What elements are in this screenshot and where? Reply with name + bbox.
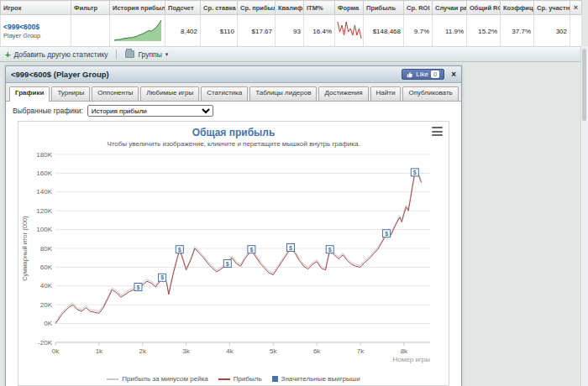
page-scrollbar[interactable] — [580, 46, 588, 386]
column-header-itm[interactable]: ITM% — [304, 1, 335, 15]
column-header-player[interactable]: Игрок — [1, 1, 71, 15]
significant-win-marker[interactable]: $ — [383, 230, 391, 237]
y-tick-label: 120K — [36, 207, 52, 215]
row-end-cell — [570, 15, 582, 48]
column-header-profit-history[interactable]: История прибыли — [110, 1, 165, 15]
tab-tournaments[interactable]: Турниры — [51, 86, 90, 101]
marker-symbol: $ — [328, 247, 332, 253]
y-tick-label: 40K — [40, 282, 53, 290]
x-tick-label: 8k — [401, 347, 408, 355]
scrollbar-thumb[interactable] — [582, 49, 586, 121]
x-tick-label: 3k — [182, 347, 190, 355]
player-link[interactable]: <999<600$ — [3, 23, 68, 31]
legend-line-swatch — [218, 378, 230, 380]
toolbar-divider — [116, 50, 117, 59]
legend-item[interactable]: Прибыль — [218, 375, 262, 383]
legend-square-swatch — [272, 376, 278, 382]
significant-win-marker[interactable]: $ — [134, 284, 142, 291]
column-header-ability[interactable]: Квалиф... — [276, 1, 304, 15]
legend-label: Прибыль — [234, 375, 262, 383]
column-header-avg-roi[interactable]: Ср. ROI — [404, 1, 433, 15]
column-header-avg-entrants[interactable]: Ср. участни... — [534, 1, 570, 15]
panel-tabs: Графики Турниры Оппоненты Любимые игры С… — [6, 83, 461, 102]
marker-symbol: $ — [289, 245, 292, 252]
profit-history-sparkline — [113, 18, 162, 42]
significant-win-marker[interactable]: $ — [326, 246, 333, 253]
legend-line-swatch — [107, 378, 118, 380]
groups-label: Группы — [138, 50, 161, 59]
profit-history-cell[interactable] — [110, 15, 165, 48]
profit-line-chart: -20K0K20K40K60K80K100K120K140K160K180K0k… — [18, 148, 449, 364]
column-header-profit[interactable]: Прибыль — [364, 1, 404, 15]
graph-select[interactable]: История прибыли — [87, 105, 213, 117]
series-line-0 — [55, 168, 422, 323]
legend-label: Значительные выигрыши — [281, 375, 360, 383]
folder-icon — [125, 50, 134, 58]
total-roi-cell: 15.2% — [467, 15, 501, 48]
column-header-avg-profit[interactable]: Ср. прибыль — [238, 1, 276, 15]
table-row[interactable]: <999<600$ Player Group 8,402 $110 $17.67… — [1, 15, 582, 48]
y-tick-label: 80K — [40, 245, 53, 253]
marker-symbol: $ — [226, 261, 229, 268]
facebook-like-button[interactable]: Like 0 — [402, 69, 444, 80]
table-close-icon[interactable]: × — [570, 3, 581, 12]
ability-cell: 93 — [276, 15, 304, 48]
avg-stake-cell: $110 — [201, 15, 238, 48]
add-statistic-label: Добавить другую статистику — [13, 50, 108, 59]
tab-publish[interactable]: Опубликовать — [402, 86, 458, 101]
significant-win-marker[interactable]: $ — [287, 244, 295, 252]
groups-menu-button[interactable]: Группы ▾ — [125, 50, 168, 59]
plus-icon: + — [5, 51, 10, 58]
tab-graphs[interactable]: Графики — [9, 86, 50, 102]
column-header-coefficient[interactable]: Коэффици... — [501, 1, 534, 15]
add-statistic-button[interactable]: + Добавить другую статистику — [5, 50, 108, 59]
column-header-form[interactable]: Форма — [335, 1, 364, 15]
column-header-total-roi[interactable]: Общий ROI — [467, 1, 501, 15]
column-header-filter[interactable]: Фильтр — [71, 1, 110, 15]
chart-subtitle: Чтобы увеличить изображение, кликните и … — [18, 140, 449, 148]
y-tick-label: 180K — [36, 151, 52, 159]
chart-context-menu-icon[interactable] — [432, 126, 443, 137]
sparkline-line — [338, 22, 361, 39]
player-type-label: Player Group — [3, 32, 68, 39]
thumbs-up-icon — [407, 71, 413, 78]
legend-item[interactable]: Значительные выигрыши — [272, 375, 360, 383]
table-header-row: Игрок Фильтр История прибыли Подсчет Ср.… — [1, 1, 582, 15]
tab-leaderboards[interactable]: Таблицы лидеров — [249, 86, 317, 101]
y-tick-label: 160K — [36, 170, 52, 177]
marker-symbol: $ — [160, 274, 164, 281]
tab-achievements[interactable]: Достижения — [318, 86, 368, 101]
filter-cell[interactable] — [71, 15, 110, 48]
significant-win-marker[interactable]: $ — [411, 169, 418, 176]
avg-roi-cell: 9.7% — [404, 15, 433, 48]
column-header-avg-stake[interactable]: Ср. ставка — [201, 1, 238, 15]
column-header-count[interactable]: Подсчет — [165, 1, 201, 15]
x-axis-title: Номер игры — [393, 356, 431, 363]
toolbar: + Добавить другую статистику Группы ▾ — [0, 46, 586, 62]
significant-win-marker[interactable]: $ — [176, 246, 183, 253]
significant-win-marker[interactable]: $ — [159, 274, 166, 281]
count-cell: 8,402 — [165, 15, 201, 48]
sparkline-area — [114, 20, 161, 41]
chart-container[interactable]: Общая прибыль Чтобы увеличить изображени… — [18, 121, 449, 386]
panel-header: <999<600$ (Player Group) Like 0 × — [6, 66, 461, 83]
significant-win-marker[interactable]: $ — [248, 246, 255, 253]
form-cell[interactable] — [335, 15, 364, 48]
tab-statistics[interactable]: Статистика — [201, 86, 248, 101]
form-sparkline — [337, 20, 362, 40]
legend-item[interactable]: Прибыль за минусом рейка — [107, 375, 207, 383]
series-line-1 — [55, 170, 422, 324]
y-tick-label: -20K — [38, 339, 53, 347]
tab-favorite-games[interactable]: Любимые игры — [140, 86, 199, 101]
panel-close-icon[interactable]: × — [451, 70, 456, 79]
tab-find[interactable]: Найти — [370, 86, 402, 101]
selected-graphs-label: Выбранные графики: — [13, 107, 83, 115]
chart-title: Общая прибыль — [18, 127, 449, 138]
significant-win-marker[interactable]: $ — [223, 260, 231, 268]
marker-symbol: $ — [385, 231, 388, 237]
column-header-cases[interactable]: Случаи ра... — [433, 1, 467, 15]
x-tick-label: 5k — [270, 347, 277, 355]
y-tick-label: 20K — [40, 301, 53, 309]
tab-opponents[interactable]: Оппоненты — [92, 86, 139, 101]
marker-symbol: $ — [178, 247, 181, 253]
